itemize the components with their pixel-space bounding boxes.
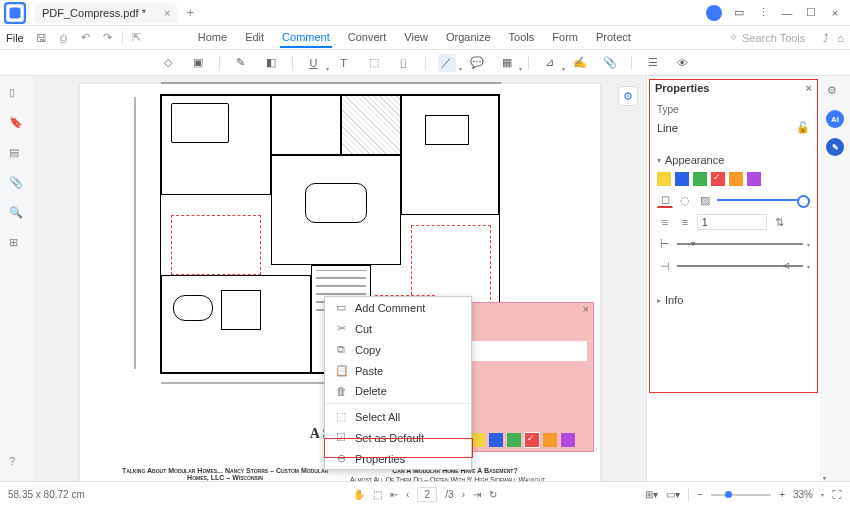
end-cap-icon[interactable]: ⊣ (657, 258, 673, 274)
info-section[interactable]: Info (657, 294, 810, 306)
save-icon[interactable]: 🖫 (34, 30, 50, 46)
cm-add-comment[interactable]: ▭Add Comment (325, 297, 471, 318)
first-page-icon[interactable]: ⇤ (390, 489, 398, 500)
close-tab-icon[interactable]: × (164, 7, 170, 19)
zoom-in-icon[interactable]: + (779, 489, 785, 500)
close-window-icon[interactable]: × (828, 6, 842, 20)
cm-select-all[interactable]: ⬚Select All (325, 406, 471, 427)
stepper-icon[interactable]: ⇅ (771, 214, 787, 230)
sticky-close-icon[interactable]: × (583, 303, 589, 317)
attachment-icon[interactable]: 📎 (601, 54, 619, 72)
redo-icon[interactable]: ↷ (100, 30, 116, 46)
thickness-icon[interactable]: ≡ (677, 214, 693, 230)
cm-set-default[interactable]: ☑Set as Default (325, 427, 471, 448)
swatch-green[interactable] (693, 172, 707, 186)
attachments-rail-icon[interactable]: 📎 (9, 176, 25, 192)
callout-icon[interactable]: ⌷ (395, 54, 413, 72)
kebab-icon[interactable]: ⋮ (756, 6, 770, 20)
reading-mode-icon[interactable]: ▭▾ (666, 489, 680, 500)
document-tab[interactable]: PDF_Compress.pdf * × (34, 3, 178, 23)
maximize-icon[interactable]: ☐ (804, 6, 818, 20)
search-rail-icon[interactable]: 🔍 (9, 206, 25, 222)
swatch-green[interactable] (507, 433, 521, 447)
cm-delete[interactable]: 🗑Delete (325, 381, 471, 401)
hide-comments-icon[interactable]: 👁 (674, 54, 692, 72)
sticky-text-input[interactable] (471, 341, 587, 361)
fill-color-icon[interactable]: ◌▾ (677, 192, 693, 208)
start-cap-icon[interactable]: ⊢ (657, 236, 673, 252)
cm-paste[interactable]: 📋Paste (325, 360, 471, 381)
cm-properties[interactable]: ⊖Properties (325, 448, 471, 469)
hand-tool-icon[interactable]: ✋ (353, 489, 365, 500)
file-menu[interactable]: File (6, 32, 24, 44)
swatch-purple[interactable] (747, 172, 761, 186)
sticky-note[interactable]: × (464, 302, 594, 452)
ai-badge-dark[interactable]: ✎ (826, 138, 844, 156)
select-tool-icon[interactable]: ⬚ (373, 489, 382, 500)
menu-organize[interactable]: Organize (444, 28, 493, 48)
swatch-yellow[interactable] (657, 172, 671, 186)
text-icon[interactable]: T (335, 54, 353, 72)
share-icon[interactable]: ⤴ (823, 32, 829, 44)
swatch-red[interactable] (525, 433, 539, 447)
page-input[interactable]: 2 (417, 487, 437, 502)
opacity-slider[interactable] (717, 199, 810, 201)
end-cap-slider[interactable]: ◁ (677, 265, 803, 267)
swatch-blue[interactable] (675, 172, 689, 186)
fields-icon[interactable]: ⊞ (9, 236, 25, 252)
bookmarks-icon[interactable]: 🔖 (9, 116, 25, 132)
layers-icon[interactable]: ▤ (9, 146, 25, 162)
cloud-icon[interactable]: ⌂ (837, 32, 844, 44)
signature-icon[interactable]: ✍ (571, 54, 589, 72)
thickness-input[interactable]: 1 (697, 214, 767, 230)
undo-icon[interactable]: ↶ (78, 30, 94, 46)
swatch-yellow[interactable] (471, 433, 485, 447)
swatch-orange[interactable] (729, 172, 743, 186)
compact-icon[interactable]: ▭ (732, 6, 746, 20)
print-icon[interactable]: ⎙ (56, 30, 72, 46)
swatch-orange[interactable] (543, 433, 557, 447)
underline-icon[interactable]: U▾ (305, 54, 323, 72)
eraser-icon[interactable]: ◧ (262, 54, 280, 72)
export-icon[interactable]: ⇱▾ (129, 30, 145, 46)
panel-close-icon[interactable]: × (806, 82, 812, 94)
appearance-section[interactable]: Appearance (657, 154, 810, 166)
zoom-slider[interactable] (711, 494, 771, 496)
search-tools[interactable]: ✧ Search Tools (729, 31, 805, 44)
line-style-icon[interactable]: ≡▾ (657, 214, 673, 230)
menu-comment[interactable]: Comment (280, 28, 332, 48)
stroke-color-icon[interactable]: ◻▾ (657, 192, 673, 208)
menu-home[interactable]: Home (196, 28, 229, 48)
menu-form[interactable]: Form (550, 28, 580, 48)
opacity-icon[interactable]: ▨ (697, 192, 713, 208)
area-highlight-icon[interactable]: ▣ (189, 54, 207, 72)
line-tool-icon[interactable]: ／▾ (438, 54, 456, 72)
menu-edit[interactable]: Edit (243, 28, 266, 48)
ai-float-button[interactable]: ⚙ (618, 86, 638, 106)
menu-convert[interactable]: Convert (346, 28, 389, 48)
last-page-icon[interactable]: ⇥ (473, 489, 481, 500)
start-cap-slider[interactable]: ▿ (677, 243, 803, 245)
help-icon[interactable]: ? (9, 455, 25, 471)
cm-cut[interactable]: ✂Cut (325, 318, 471, 339)
comments-list-icon[interactable]: ☰ (644, 54, 662, 72)
menu-view[interactable]: View (402, 28, 430, 48)
settings-rail-icon[interactable]: ⚙ (827, 84, 843, 100)
zoom-out-icon[interactable]: − (697, 489, 703, 500)
prev-page-icon[interactable]: ‹ (406, 489, 409, 500)
jump-icon[interactable]: ↻ (489, 489, 497, 500)
document-canvas[interactable]: ⚙ (34, 76, 646, 481)
stamp-icon[interactable]: ▦▾ (498, 54, 516, 72)
swatch-purple[interactable] (561, 433, 575, 447)
next-page-icon[interactable]: › (462, 489, 465, 500)
menu-protect[interactable]: Protect (594, 28, 633, 48)
textbox-icon[interactable]: ⬚ (365, 54, 383, 72)
view-mode-icon[interactable]: ⊞▾ (645, 489, 658, 500)
highlight-icon[interactable]: ◇ (159, 54, 177, 72)
fullscreen-icon[interactable]: ⛶ (832, 489, 842, 500)
thumbnails-icon[interactable]: ▯ (9, 86, 25, 102)
ai-badge-blue[interactable]: AI (826, 110, 844, 128)
lock-icon[interactable]: 🔓 (796, 121, 810, 134)
menu-tools[interactable]: Tools (507, 28, 537, 48)
cm-copy[interactable]: ⧉Copy (325, 339, 471, 360)
